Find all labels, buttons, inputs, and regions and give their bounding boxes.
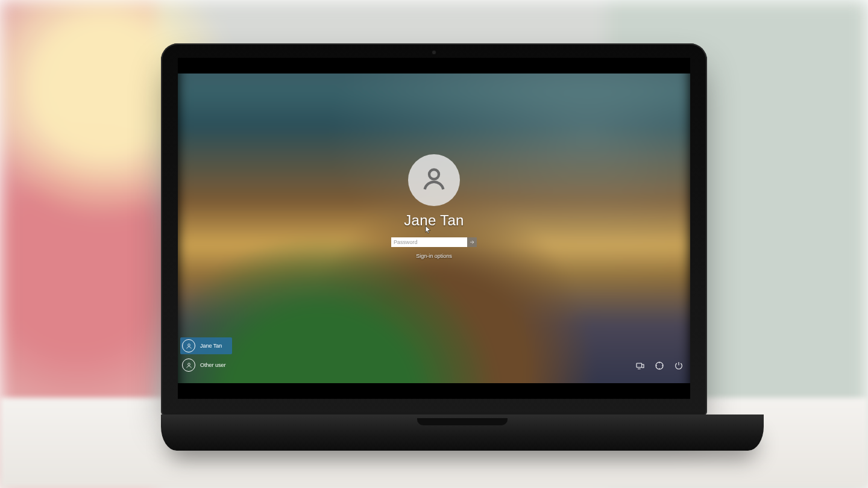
laptop: Jane Tan Sign-in options bbox=[161, 43, 707, 451]
webcam bbox=[432, 51, 436, 54]
username-label: Jane Tan bbox=[404, 212, 464, 229]
user-item-label: Other user bbox=[200, 362, 226, 368]
svg-point-0 bbox=[429, 169, 439, 179]
signin-options-link[interactable]: Sign-in options bbox=[416, 253, 452, 259]
ease-of-access-icon bbox=[655, 361, 664, 373]
person-icon bbox=[182, 339, 195, 352]
power-button[interactable] bbox=[673, 361, 684, 372]
person-icon bbox=[420, 165, 448, 195]
letterbox-top bbox=[178, 58, 690, 74]
laptop-screen: Jane Tan Sign-in options bbox=[178, 58, 690, 399]
user-switcher: Jane Tan Other user bbox=[180, 337, 232, 374]
network-button[interactable] bbox=[635, 361, 646, 372]
password-input[interactable] bbox=[391, 237, 467, 247]
network-icon bbox=[635, 361, 645, 373]
user-item-other-user[interactable]: Other user bbox=[180, 357, 232, 374]
user-item-label: Jane Tan bbox=[200, 343, 222, 349]
svg-point-2 bbox=[187, 363, 190, 365]
user-avatar bbox=[408, 154, 460, 206]
login-panel: Jane Tan Sign-in options bbox=[391, 154, 477, 259]
svg-rect-3 bbox=[637, 363, 642, 368]
letterbox-bottom bbox=[178, 383, 690, 399]
user-item-jane-tan[interactable]: Jane Tan bbox=[180, 337, 232, 354]
power-icon bbox=[674, 361, 684, 373]
ease-of-access-button[interactable] bbox=[654, 361, 665, 372]
person-icon bbox=[182, 358, 195, 372]
system-tray bbox=[635, 361, 684, 372]
submit-button[interactable] bbox=[467, 237, 477, 247]
laptop-keyboard-deck bbox=[161, 414, 764, 451]
laptop-bezel: Jane Tan Sign-in options bbox=[161, 43, 707, 417]
arrow-right-icon bbox=[469, 238, 475, 247]
svg-point-1 bbox=[187, 343, 190, 346]
password-row bbox=[391, 237, 477, 247]
